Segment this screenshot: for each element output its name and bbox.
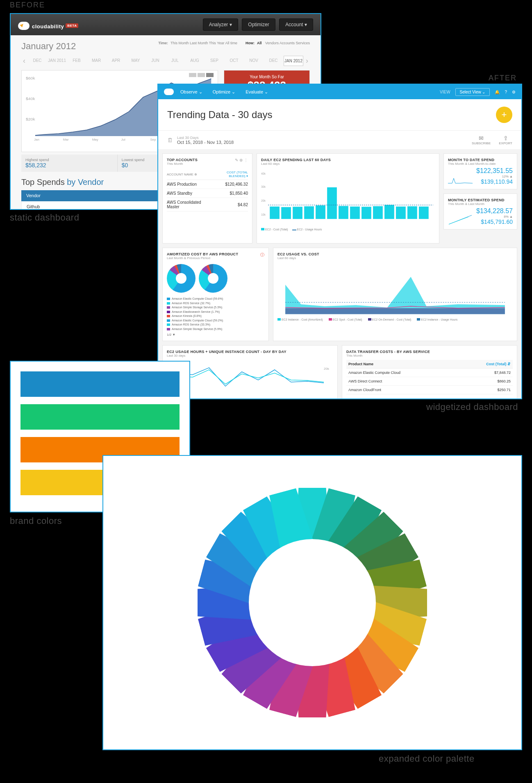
add-widget-button[interactable]: +	[496, 107, 512, 123]
svg-rect-3	[270, 207, 280, 219]
month-option[interactable]: DEC	[28, 56, 47, 66]
export-button[interactable]: ⇪EXPORT	[499, 135, 512, 145]
svg-line-23	[449, 217, 468, 224]
chart-toggle[interactable]	[198, 73, 205, 77]
month-option[interactable]: MAY	[126, 56, 145, 66]
chevron-left-icon[interactable]: ‹	[21, 57, 27, 65]
account-menu[interactable]: Account ▾	[279, 18, 313, 31]
month-option[interactable]: SEP	[205, 56, 224, 66]
svg-text:$60k: $60k	[26, 76, 35, 80]
cloudability-logo[interactable]: cloudabilityBETA	[18, 20, 200, 30]
after-label: AFTER	[489, 74, 517, 82]
month-option[interactable]: JAN 2012	[284, 56, 303, 66]
svg-text:40k: 40k	[261, 172, 266, 175]
month-option[interactable]: MAR	[87, 56, 106, 66]
svg-text:20k: 20k	[324, 367, 330, 371]
chevron-right-icon[interactable]: ›	[304, 57, 310, 65]
month-selector[interactable]: ‹ DECJAN 2011FEBMARAPRMAYJUNJULAUGSEPOCT…	[21, 56, 310, 66]
svg-rect-4	[281, 207, 291, 219]
svg-rect-9	[339, 206, 348, 219]
view-selector[interactable]: Select View ⌄	[455, 88, 490, 96]
svg-text:20k: 20k	[261, 199, 266, 202]
before-label: BEFORE	[10, 1, 45, 9]
legend-item: Amazon RDS Service (32.7%)	[167, 301, 264, 306]
month-option[interactable]: JUL	[166, 56, 184, 66]
edit-icon[interactable]: ✎ ⊕ ⋮	[235, 158, 248, 166]
table-row[interactable]: Amazon Elastic Compute Cloud$7,848.72	[346, 369, 513, 377]
legend-item: Amazon Elastic Compute Cloud (59.6%)	[167, 297, 264, 301]
chart-toggle[interactable]	[189, 73, 196, 77]
svg-rect-16	[419, 207, 429, 219]
month-option[interactable]: FEB	[67, 56, 86, 66]
before-topbar: cloudabilityBETA Analyzer ▾ Optimizer Ac…	[11, 14, 321, 35]
help-icon[interactable]: ?	[505, 90, 507, 94]
table-row[interactable]: AWS Production$120,496.32	[167, 180, 248, 189]
cloud-icon	[18, 22, 30, 30]
data-transfer-table: DATA TRANSFER COSTS - BY AWS SERVICEThis…	[342, 345, 517, 399]
date-range[interactable]: Last 30 DaysOct 15, 2018 - Nov 13, 2018	[177, 136, 234, 145]
svg-rect-12	[373, 206, 383, 219]
view-label: VIEW	[440, 90, 450, 94]
static-dashboard-label: static dashboard	[10, 212, 79, 223]
svg-rect-15	[407, 206, 417, 219]
svg-text:10k: 10k	[261, 213, 266, 216]
month-option[interactable]: AUG	[185, 56, 204, 66]
analyzer-menu[interactable]: Analyzer ▾	[203, 18, 238, 31]
col-cost[interactable]: Cost (Total) ⇵	[457, 360, 513, 369]
bell-icon[interactable]: 🔔	[495, 90, 500, 94]
gear-icon[interactable]: ⚙	[512, 90, 516, 94]
month-option[interactable]: DEC	[264, 56, 283, 66]
svg-rect-13	[384, 205, 394, 219]
calendar-icon[interactable]: 🗓	[167, 137, 173, 143]
pie-chart	[199, 264, 227, 293]
legend-item: EC2 Spot - Cost (Total)	[329, 318, 362, 321]
col-cost[interactable]: COST (TOTAL BLENDED) ▾	[210, 169, 248, 180]
how-filter[interactable]: How:All Vendors Accounts Services	[246, 41, 310, 45]
chart-toggle[interactable]	[206, 73, 214, 77]
subscribe-button[interactable]: ✉SUBSCRIBE	[472, 135, 491, 145]
legend-item: EC2 On-Demand - Cost (Total)	[368, 318, 412, 321]
svg-rect-11	[361, 207, 371, 219]
pie-chart	[167, 264, 196, 293]
ec2-usage-vs-cost-chart: EC2 USAGE VS. COSTLast 60 days EC2 Insta…	[273, 248, 517, 341]
legend-item: Amazon Simple Storage Service (5.3%)	[167, 305, 264, 310]
svg-text:30k: 30k	[261, 185, 266, 188]
after-nav: Observe ⌄ Optimize ⌄ Evaluate ⌄	[180, 89, 277, 95]
amortized-cost-card: AMORTIZED COST BY AWS PRODUCTLast Month …	[162, 248, 269, 341]
col-product[interactable]: Product Name	[346, 360, 457, 369]
top-accounts-card: TOP ACCOUNTSThis Month ✎ ⊕ ⋮ ACCOUNT NAM…	[162, 153, 252, 244]
after-topbar: Observe ⌄ Optimize ⌄ Evaluate ⌄ VIEW Sel…	[158, 84, 521, 99]
pager[interactable]: 1/2 ▼	[167, 333, 264, 337]
brand-colors-label: brand colors	[10, 516, 62, 526]
nav-evaluate[interactable]: Evaluate ⌄	[246, 89, 268, 94]
month-option[interactable]: APR	[107, 56, 125, 66]
svg-rect-6	[304, 206, 314, 219]
table-row[interactable]: AWS Direct Connect$860.25	[346, 377, 513, 386]
legend-item: Amazon Simple Storage Service (5.9%)	[167, 327, 264, 332]
legend-item: EC2 Instance - Usage Hours	[417, 318, 457, 321]
legend-item: EC2 Instance - Cost (Amortized)	[277, 318, 323, 321]
optimizer-menu[interactable]: Optimizer	[242, 18, 275, 31]
brand-swatch	[20, 404, 180, 430]
svg-rect-14	[396, 207, 406, 219]
month-option[interactable]: JUN	[146, 56, 165, 66]
sofar-label: Your Month So Far	[228, 75, 305, 79]
info-icon[interactable]: ⓘ	[260, 252, 264, 260]
table-row[interactable]: AWS Standby$1,850.40	[167, 189, 248, 198]
month-option[interactable]: OCT	[225, 56, 243, 66]
highest-spend: $58,232	[25, 162, 113, 168]
table-row[interactable]: AWS Consolidated Master$4.82	[167, 198, 248, 212]
beta-badge: BETA	[66, 23, 78, 28]
svg-text:$20k: $20k	[26, 117, 35, 121]
nav-observe[interactable]: Observe ⌄	[180, 89, 202, 94]
month-option[interactable]: JAN 2011	[48, 56, 66, 66]
legend-item: Amazon Kinesis (0.8%)	[167, 314, 264, 319]
cloud-icon[interactable]	[164, 89, 174, 95]
legend-item: Amazon RDS Service (33.3%)	[167, 323, 264, 327]
table-row[interactable]: Amazon CloudFront$250.71	[346, 386, 513, 394]
col-account[interactable]: ACCOUNT NAME ⊕	[167, 169, 210, 180]
month-option[interactable]: NOV	[244, 56, 263, 66]
brand-swatch	[20, 371, 180, 397]
time-filter[interactable]: Time:This Month Last Month This Year All…	[158, 41, 237, 45]
nav-optimize[interactable]: Optimize ⌄	[213, 89, 235, 94]
